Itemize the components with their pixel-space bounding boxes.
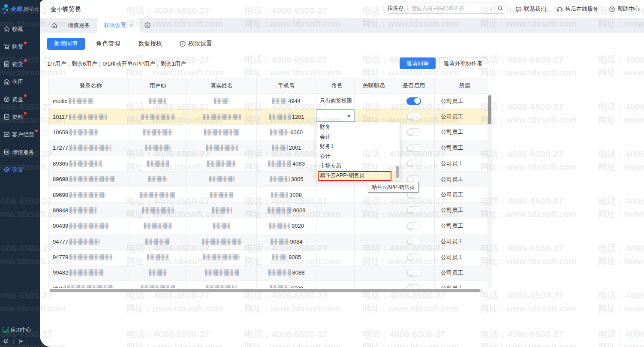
enable-toggle[interactable]: [406, 128, 421, 136]
table-row[interactable]: 893654083公司员工: [48, 156, 488, 172]
theme-icon[interactable]: [3, 338, 9, 344]
main-panel: 金小蝶贸易 搜库存 请输入商品编码或名称 ⌄ 联系我们 售后在线服务 帮助中心: [40, 0, 644, 347]
table-row[interactable]: 904399020公司员工: [48, 218, 488, 234]
enable-toggle[interactable]: [406, 160, 421, 167]
enabled-cell: [393, 234, 435, 249]
real-name-cell: [187, 140, 257, 155]
pixelated-text: [69, 129, 99, 136]
enable-toggle[interactable]: [406, 97, 421, 105]
close-tab-icon[interactable]: ×: [129, 22, 133, 29]
collapse-sidebar-icon[interactable]: [18, 338, 24, 344]
toggle-knob: [407, 160, 413, 166]
pixelated-text: [272, 145, 288, 151]
sidebar-item-warehouse[interactable]: 仓库: [0, 73, 40, 91]
column-header: 手机号: [257, 78, 316, 94]
subtab-role-management[interactable]: 角色管理: [89, 38, 127, 50]
horizontal-scrollbar-thumb[interactable]: [50, 289, 480, 292]
user-table: 登录名称用户ID真实姓名手机号角色关联职员是否启用所属 multic4944只有…: [48, 78, 492, 288]
notification-dot: [24, 59, 27, 62]
phone-suffix: 4944: [288, 98, 301, 104]
dropdown-option[interactable]: 会计: [316, 151, 400, 161]
pixelated-text: [203, 254, 240, 260]
enable-toggle[interactable]: [406, 222, 421, 230]
tab-permission-settings[interactable]: 权限设置 ×: [97, 18, 140, 33]
enable-toggle[interactable]: [406, 253, 421, 261]
role-cell: [316, 218, 355, 233]
dropdown-option[interactable]: 财务1: [316, 142, 400, 151]
vertical-scrollbar[interactable]: [488, 94, 492, 288]
vertical-scrollbar-thumb[interactable]: [488, 95, 491, 124]
dropdown-scrollbar-thumb[interactable]: [396, 166, 399, 178]
phone-suffix: 3008: [289, 192, 302, 198]
pixelated-text: [268, 269, 291, 276]
table-row[interactable]: 896983008公司员工: [48, 187, 488, 202]
pixelated-text: [141, 114, 175, 120]
horizontal-scrollbar[interactable]: [49, 289, 483, 293]
login-name-cell: 89848: [48, 203, 129, 218]
after-sales-service-link[interactable]: 售后在线服务: [557, 5, 599, 13]
dropdown-option[interactable]: 精斗云APP-销售员: [316, 171, 400, 181]
table-row[interactable]: 898489009公司员工: [48, 203, 488, 218]
enable-toggle[interactable]: [406, 238, 421, 245]
phone-suffix: 9085: [289, 254, 301, 260]
subtab-permission-settings[interactable]: 权限设置: [179, 40, 212, 48]
sidebar-item-funds[interactable]: 资金: [0, 91, 40, 108]
contact-us-link[interactable]: 联系我们: [515, 5, 546, 13]
sidebar-item-value-added[interactable]: 增值服务: [0, 143, 40, 161]
pixelated-text: [141, 285, 175, 288]
inventory-search-input[interactable]: 搜库存 请输入商品编码或名称 ⌄: [383, 3, 508, 14]
subtab-add-colleague[interactable]: 新增同事: [47, 38, 85, 50]
table-row[interactable]: 106596060公司员工: [48, 125, 488, 140]
sidebar-item-settings[interactable]: 设置: [0, 161, 40, 178]
login-prefix: 10659: [53, 129, 68, 136]
enable-toggle[interactable]: [406, 113, 421, 121]
sidebar-item-purchase[interactable]: 购货: [0, 38, 40, 55]
real-name-cell: [187, 265, 257, 280]
table-row[interactable]: 896983005公司员工: [48, 172, 488, 187]
enable-toggle[interactable]: [406, 144, 421, 152]
sidebar-item-favorites[interactable]: 收藏: [0, 20, 40, 38]
subtab-data-authorization[interactable]: 数据授权: [131, 38, 169, 50]
dropdown-option[interactable]: 市场专员: [316, 161, 400, 171]
pixelated-text: [269, 114, 291, 120]
dropdown-option[interactable]: 财务: [316, 122, 400, 132]
table-row[interactable]: idv130739公司员工: [48, 281, 488, 288]
help-center-link[interactable]: 帮助中心: [609, 5, 640, 13]
table-row[interactable]: 172772001公司员工: [48, 140, 488, 156]
table-row[interactable]: 947799085公司员工: [48, 250, 488, 265]
license-usage-text: 1/7用户，剩余6用户；0/1移动开单APP用户，剩余1用户: [47, 60, 186, 68]
role-select[interactable]: [316, 109, 355, 122]
chevron-down-icon[interactable]: ⌄: [490, 6, 493, 11]
tab-list-dropdown-button[interactable]: [140, 18, 155, 33]
table-row[interactable]: 101171201公司员工: [48, 109, 488, 124]
home-tab-button[interactable]: [48, 18, 61, 33]
divider: [13, 339, 14, 344]
search-scope-label[interactable]: 搜库存: [388, 5, 404, 12]
pixelated-text: [206, 285, 237, 288]
phone-suffix: 8088: [292, 269, 305, 276]
sidebar-item-sales[interactable]: 销货: [0, 55, 40, 73]
headset-icon: [557, 6, 563, 12]
pixelated-text: [203, 114, 241, 120]
dropdown-option[interactable]: 会计: [316, 132, 400, 142]
table-row[interactable]: 994828088公司员工: [48, 265, 488, 281]
real-name-cell: [187, 250, 257, 265]
app-center-button[interactable]: 应用中心: [3, 326, 40, 334]
sidebar-item-data[interactable]: 资料: [0, 108, 40, 126]
invite-colleague-button[interactable]: 邀请同事: [400, 57, 436, 69]
table-row[interactable]: multic4944只有购货权限公司员工: [48, 94, 488, 109]
table-row[interactable]: 947779084公司员工: [48, 234, 488, 250]
search-icon[interactable]: [497, 5, 503, 11]
enable-toggle[interactable]: [406, 206, 421, 214]
login-prefix: multic: [53, 98, 67, 104]
department-cell: 公司员工: [435, 140, 488, 155]
invite-external-collaborator-button[interactable]: 邀请外部协作者: [439, 57, 487, 69]
tab-value-added-services[interactable]: 增值服务: [61, 18, 97, 33]
enabled-cell: [393, 218, 435, 233]
login-name-cell: 99482: [48, 265, 129, 280]
sidebar-item-customer[interactable]: 客户经营: [0, 126, 40, 143]
enable-toggle[interactable]: [406, 269, 421, 277]
role-dropdown: 财务会计财务1会计市场专员精斗云APP-销售员: [316, 122, 400, 180]
enable-toggle[interactable]: [406, 284, 421, 288]
role-cell: 只有购货权限: [316, 94, 355, 109]
